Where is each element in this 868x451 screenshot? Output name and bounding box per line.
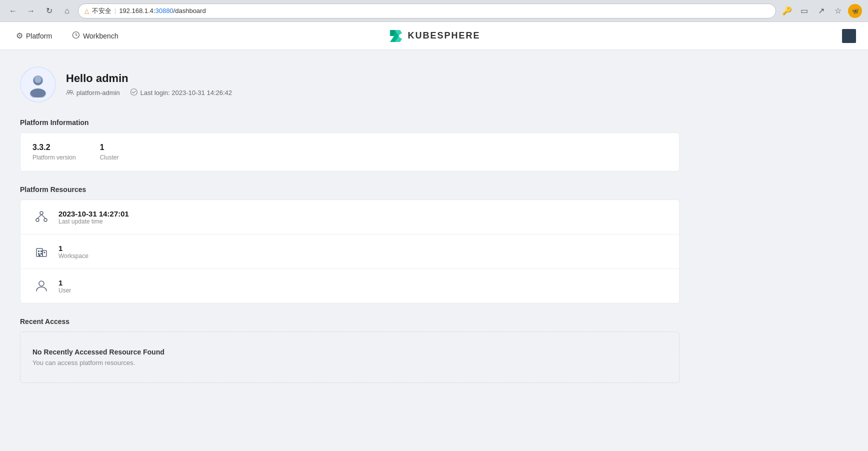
recent-access-title: Recent Access	[20, 318, 680, 326]
svg-point-11	[130, 88, 137, 95]
svg-line-16	[41, 214, 45, 218]
svg-rect-21	[38, 253, 39, 254]
user-row: 1 User	[20, 269, 679, 303]
url-text: 192.168.1.4:30880/dashboard	[119, 7, 206, 14]
svg-rect-20	[40, 250, 42, 252]
svg-point-14	[44, 218, 47, 222]
cast-icon[interactable]: ▭	[797, 4, 811, 18]
platform-information-title: Platform Information	[20, 118, 680, 126]
user-label: User	[58, 287, 71, 294]
platform-resources-title: Platform Resources	[20, 186, 680, 194]
svg-point-12	[40, 212, 43, 214]
workspace-value: 1	[58, 244, 88, 252]
last-update-row: 2023-10-31 14:27:01 Last update time	[20, 200, 679, 234]
svg-point-24	[44, 252, 45, 254]
password-icon[interactable]: 🔑	[780, 4, 794, 18]
role-label: platform-admin	[76, 89, 120, 96]
svg-rect-19	[38, 250, 39, 252]
greeting-text: Hello admin	[66, 72, 232, 85]
browser-chrome: ← → ↻ ⌂ △ 不安全 | 192.168.1.4:30880/dashbo…	[0, 0, 868, 22]
user-avatar	[20, 66, 56, 102]
empty-subtitle: You can access platform resources.	[32, 359, 667, 366]
avatar-icon	[25, 72, 51, 98]
app-header: ⚙ Platform Workbench KUBESPHERE	[0, 22, 868, 50]
platform-information-section: Platform Information 3.3.2 Platform vers…	[20, 118, 680, 172]
user-meta: platform-admin Last login: 2023-10-31 14…	[66, 88, 232, 98]
user-icon	[32, 277, 50, 295]
version-value: 3.3.2	[32, 143, 76, 152]
security-warning-icon: △	[84, 8, 89, 14]
last-login-meta-item: Last login: 2023-10-31 14:26:42	[130, 88, 232, 98]
svg-point-13	[36, 218, 39, 222]
role-meta-item: platform-admin	[66, 88, 120, 98]
workspace-icon	[32, 242, 50, 260]
platform-resources-section: Platform Resources 2023-10-31 14:27:01	[20, 186, 680, 304]
svg-point-25	[39, 281, 44, 286]
empty-title: No Recently Accessed Resource Found	[32, 348, 667, 356]
header-right	[842, 29, 856, 43]
user-details: 1 User	[58, 278, 71, 294]
svg-rect-18	[42, 250, 46, 256]
url-separator: |	[114, 7, 116, 14]
kubesphere-logo-text: KUBESPHERE	[408, 30, 480, 41]
last-update-value: 2023-10-31 14:27:01	[58, 210, 129, 218]
recent-access-empty-state: No Recently Accessed Resource Found You …	[20, 332, 680, 383]
svg-rect-22	[40, 253, 42, 254]
share-nodes-icon	[32, 208, 50, 226]
kubesphere-logo: KUBESPHERE	[388, 28, 480, 44]
last-login-label: Last login: 2023-10-31 14:26:42	[140, 89, 232, 96]
workspace-row: 1 Workspace	[20, 234, 679, 269]
svg-point-7	[30, 88, 45, 98]
reload-button[interactable]: ↻	[42, 4, 56, 18]
cluster-label: Cluster	[100, 154, 119, 161]
user-greeting-section: Hello admin platform-admin	[20, 66, 680, 102]
workbench-nav-label: Workbench	[83, 32, 118, 40]
version-info-item: 3.3.2 Platform version	[32, 143, 76, 161]
user-value: 1	[58, 278, 71, 287]
user-menu-button[interactable]	[842, 29, 856, 43]
last-update-details: 2023-10-31 14:27:01 Last update time	[58, 210, 129, 225]
kubesphere-logo-icon	[388, 28, 404, 44]
forward-button[interactable]: →	[24, 4, 38, 18]
browser-avatar-button[interactable]: 🦋	[848, 4, 862, 18]
workspace-label: Workspace	[58, 252, 88, 260]
workbench-nav-item[interactable]: Workbench	[68, 28, 122, 44]
svg-line-15	[37, 214, 41, 218]
browser-actions: 🔑 ▭ ↗ ☆ 🦋	[780, 4, 862, 18]
last-update-label: Last update time	[58, 218, 129, 225]
cluster-info-item: 1 Cluster	[100, 143, 119, 161]
version-label: Platform version	[32, 154, 76, 161]
platform-nav-item[interactable]: ⚙ Platform	[12, 28, 56, 44]
back-button[interactable]: ←	[6, 4, 20, 18]
security-warning-text: 不安全	[92, 6, 111, 16]
star-icon[interactable]: ☆	[831, 4, 845, 18]
platform-settings-icon: ⚙	[16, 31, 23, 40]
svg-rect-23	[38, 254, 40, 256]
role-icon	[66, 88, 74, 98]
cluster-value: 1	[100, 143, 119, 152]
share-icon[interactable]: ↗	[814, 4, 828, 18]
platform-information-card: 3.3.2 Platform version 1 Cluster	[20, 132, 680, 172]
home-button[interactable]: ⌂	[60, 4, 74, 18]
platform-info-grid: 3.3.2 Platform version 1 Cluster	[20, 133, 679, 171]
main-content: Hello admin platform-admin	[0, 50, 700, 413]
recent-access-section: Recent Access No Recently Accessed Resou…	[20, 318, 680, 383]
header-left-nav: ⚙ Platform Workbench	[12, 28, 122, 44]
platform-resources-card: 2023-10-31 14:27:01 Last update time	[20, 200, 680, 304]
header-center-logo: KUBESPHERE	[388, 28, 480, 44]
svg-point-8	[34, 76, 41, 83]
workbench-clock-icon	[72, 31, 80, 41]
check-circle-icon	[130, 88, 138, 98]
address-bar[interactable]: △ 不安全 | 192.168.1.4:30880/dashboard	[78, 4, 776, 18]
user-info: Hello admin platform-admin	[66, 72, 232, 98]
workspace-details: 1 Workspace	[58, 244, 88, 260]
platform-nav-label: Platform	[26, 32, 52, 40]
